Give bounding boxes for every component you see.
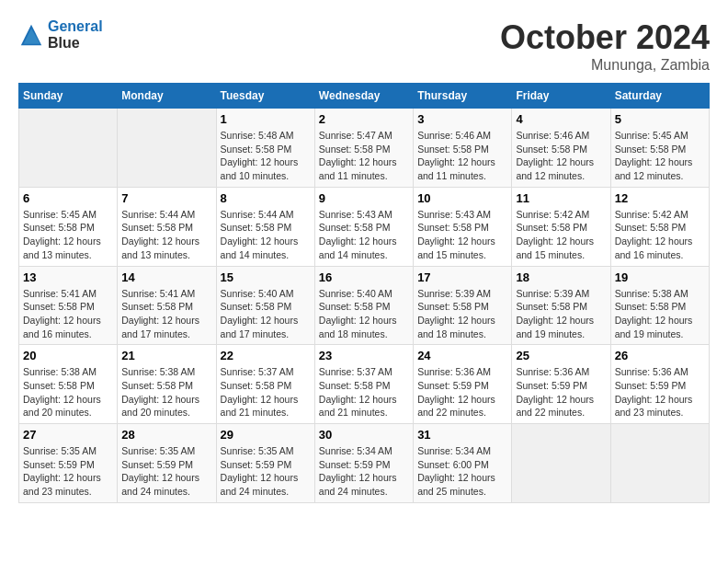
calendar-cell: 31Sunrise: 5:34 AMSunset: 6:00 PMDayligh… bbox=[414, 424, 512, 503]
day-number: 26 bbox=[615, 349, 705, 362]
day-info: Sunrise: 5:48 AMSunset: 5:58 PMDaylight:… bbox=[221, 129, 311, 183]
calendar-cell: 1Sunrise: 5:48 AMSunset: 5:58 PMDaylight… bbox=[216, 109, 314, 188]
location: Mununga, Zambia bbox=[500, 57, 710, 74]
weekday-header: Tuesday bbox=[216, 84, 314, 109]
calendar-table: SundayMondayTuesdayWednesdayThursdayFrid… bbox=[18, 83, 710, 503]
calendar-cell: 14Sunrise: 5:41 AMSunset: 5:58 PMDayligh… bbox=[118, 266, 216, 345]
calendar-cell: 8Sunrise: 5:44 AMSunset: 5:58 PMDaylight… bbox=[216, 187, 314, 266]
day-info: Sunrise: 5:34 AMSunset: 6:00 PMDaylight:… bbox=[417, 444, 507, 499]
logo-icon bbox=[18, 22, 44, 48]
day-info: Sunrise: 5:42 AMSunset: 5:58 PMDaylight:… bbox=[516, 208, 606, 262]
weekday-header: Saturday bbox=[610, 84, 709, 109]
calendar-cell: 18Sunrise: 5:39 AMSunset: 5:58 PMDayligh… bbox=[512, 266, 610, 345]
day-number: 29 bbox=[221, 428, 311, 442]
calendar-cell: 7Sunrise: 5:44 AMSunset: 5:58 PMDaylight… bbox=[118, 187, 216, 266]
day-info: Sunrise: 5:39 AMSunset: 5:58 PMDaylight:… bbox=[417, 287, 507, 341]
day-number: 18 bbox=[516, 270, 606, 284]
calendar-cell: 12Sunrise: 5:42 AMSunset: 5:58 PMDayligh… bbox=[610, 187, 709, 266]
weekday-header: Friday bbox=[512, 84, 610, 109]
logo: General Blue bbox=[18, 18, 103, 52]
weekday-header: Monday bbox=[118, 84, 216, 109]
calendar-week-row: 13Sunrise: 5:41 AMSunset: 5:58 PMDayligh… bbox=[19, 266, 710, 345]
calendar-cell: 26Sunrise: 5:36 AMSunset: 5:59 PMDayligh… bbox=[610, 345, 709, 424]
day-number: 12 bbox=[615, 191, 705, 205]
title-block: October 2024 Mununga, Zambia bbox=[500, 18, 710, 74]
calendar-cell: 6Sunrise: 5:45 AMSunset: 5:58 PMDaylight… bbox=[19, 187, 118, 266]
calendar-cell: 10Sunrise: 5:43 AMSunset: 5:58 PMDayligh… bbox=[414, 187, 512, 266]
day-number: 16 bbox=[319, 270, 409, 284]
day-info: Sunrise: 5:44 AMSunset: 5:58 PMDaylight:… bbox=[121, 208, 211, 262]
day-info: Sunrise: 5:34 AMSunset: 5:59 PMDaylight:… bbox=[319, 444, 409, 499]
day-number: 27 bbox=[23, 428, 113, 442]
calendar-cell: 21Sunrise: 5:38 AMSunset: 5:58 PMDayligh… bbox=[118, 345, 216, 424]
day-info: Sunrise: 5:47 AMSunset: 5:58 PMDaylight:… bbox=[319, 129, 409, 183]
day-number: 3 bbox=[417, 112, 507, 126]
day-info: Sunrise: 5:37 AMSunset: 5:58 PMDaylight:… bbox=[221, 365, 311, 419]
day-info: Sunrise: 5:39 AMSunset: 5:58 PMDaylight:… bbox=[516, 287, 606, 341]
weekday-header-row: SundayMondayTuesdayWednesdayThursdayFrid… bbox=[19, 84, 710, 109]
day-info: Sunrise: 5:35 AMSunset: 5:59 PMDaylight:… bbox=[121, 444, 211, 499]
calendar-cell: 13Sunrise: 5:41 AMSunset: 5:58 PMDayligh… bbox=[19, 266, 118, 345]
calendar-cell: 27Sunrise: 5:35 AMSunset: 5:59 PMDayligh… bbox=[19, 424, 118, 503]
day-info: Sunrise: 5:35 AMSunset: 5:59 PMDaylight:… bbox=[221, 444, 311, 499]
calendar-cell: 24Sunrise: 5:36 AMSunset: 5:59 PMDayligh… bbox=[414, 345, 512, 424]
day-number: 1 bbox=[221, 112, 311, 126]
weekday-header: Sunday bbox=[19, 84, 118, 109]
day-number: 17 bbox=[417, 270, 507, 284]
day-number: 2 bbox=[319, 112, 409, 126]
calendar-cell: 19Sunrise: 5:38 AMSunset: 5:58 PMDayligh… bbox=[610, 266, 709, 345]
calendar-cell bbox=[118, 109, 216, 188]
day-info: Sunrise: 5:36 AMSunset: 5:59 PMDaylight:… bbox=[417, 365, 507, 419]
day-number: 23 bbox=[319, 349, 409, 362]
day-info: Sunrise: 5:42 AMSunset: 5:58 PMDaylight:… bbox=[615, 208, 705, 262]
calendar-cell: 2Sunrise: 5:47 AMSunset: 5:58 PMDaylight… bbox=[314, 109, 413, 188]
weekday-header: Wednesday bbox=[314, 84, 413, 109]
day-info: Sunrise: 5:43 AMSunset: 5:58 PMDaylight:… bbox=[417, 208, 507, 262]
day-number: 19 bbox=[615, 270, 705, 284]
calendar-cell: 4Sunrise: 5:46 AMSunset: 5:58 PMDaylight… bbox=[512, 109, 610, 188]
day-number: 8 bbox=[221, 191, 311, 205]
day-info: Sunrise: 5:45 AMSunset: 5:58 PMDaylight:… bbox=[615, 129, 705, 183]
logo-text: General Blue bbox=[48, 18, 103, 52]
day-number: 25 bbox=[516, 349, 606, 362]
day-info: Sunrise: 5:40 AMSunset: 5:58 PMDaylight:… bbox=[221, 287, 311, 341]
day-number: 7 bbox=[121, 191, 211, 205]
day-info: Sunrise: 5:41 AMSunset: 5:58 PMDaylight:… bbox=[121, 287, 211, 341]
day-number: 20 bbox=[23, 349, 113, 362]
calendar-cell: 30Sunrise: 5:34 AMSunset: 5:59 PMDayligh… bbox=[314, 424, 413, 503]
day-info: Sunrise: 5:46 AMSunset: 5:58 PMDaylight:… bbox=[417, 129, 507, 183]
day-info: Sunrise: 5:36 AMSunset: 5:59 PMDaylight:… bbox=[615, 365, 705, 419]
page-header: General Blue October 2024 Mununga, Zambi… bbox=[18, 18, 710, 74]
day-number: 6 bbox=[23, 191, 113, 205]
day-number: 22 bbox=[221, 349, 311, 362]
day-number: 30 bbox=[319, 428, 409, 442]
calendar-cell: 16Sunrise: 5:40 AMSunset: 5:58 PMDayligh… bbox=[314, 266, 413, 345]
calendar-cell: 29Sunrise: 5:35 AMSunset: 5:59 PMDayligh… bbox=[216, 424, 314, 503]
calendar-cell: 15Sunrise: 5:40 AMSunset: 5:58 PMDayligh… bbox=[216, 266, 314, 345]
calendar-cell: 23Sunrise: 5:37 AMSunset: 5:58 PMDayligh… bbox=[314, 345, 413, 424]
calendar-week-row: 1Sunrise: 5:48 AMSunset: 5:58 PMDaylight… bbox=[19, 109, 710, 188]
day-info: Sunrise: 5:43 AMSunset: 5:58 PMDaylight:… bbox=[319, 208, 409, 262]
day-number: 13 bbox=[23, 270, 113, 284]
calendar-cell: 17Sunrise: 5:39 AMSunset: 5:58 PMDayligh… bbox=[414, 266, 512, 345]
day-info: Sunrise: 5:45 AMSunset: 5:58 PMDaylight:… bbox=[23, 208, 113, 262]
day-number: 11 bbox=[516, 191, 606, 205]
day-info: Sunrise: 5:44 AMSunset: 5:58 PMDaylight:… bbox=[221, 208, 311, 262]
calendar-week-row: 27Sunrise: 5:35 AMSunset: 5:59 PMDayligh… bbox=[19, 424, 710, 503]
day-number: 9 bbox=[319, 191, 409, 205]
calendar-cell: 20Sunrise: 5:38 AMSunset: 5:58 PMDayligh… bbox=[19, 345, 118, 424]
day-info: Sunrise: 5:41 AMSunset: 5:58 PMDaylight:… bbox=[23, 287, 113, 341]
day-info: Sunrise: 5:40 AMSunset: 5:58 PMDaylight:… bbox=[319, 287, 409, 341]
calendar-cell: 22Sunrise: 5:37 AMSunset: 5:58 PMDayligh… bbox=[216, 345, 314, 424]
calendar-cell bbox=[512, 424, 610, 503]
calendar-week-row: 6Sunrise: 5:45 AMSunset: 5:58 PMDaylight… bbox=[19, 187, 710, 266]
day-info: Sunrise: 5:38 AMSunset: 5:58 PMDaylight:… bbox=[121, 365, 211, 419]
calendar-cell bbox=[610, 424, 709, 503]
day-number: 4 bbox=[516, 112, 606, 126]
day-info: Sunrise: 5:38 AMSunset: 5:58 PMDaylight:… bbox=[23, 365, 113, 419]
calendar-cell bbox=[19, 109, 118, 188]
calendar-cell: 28Sunrise: 5:35 AMSunset: 5:59 PMDayligh… bbox=[118, 424, 216, 503]
day-number: 15 bbox=[221, 270, 311, 284]
day-number: 28 bbox=[121, 428, 211, 442]
day-number: 31 bbox=[417, 428, 507, 442]
